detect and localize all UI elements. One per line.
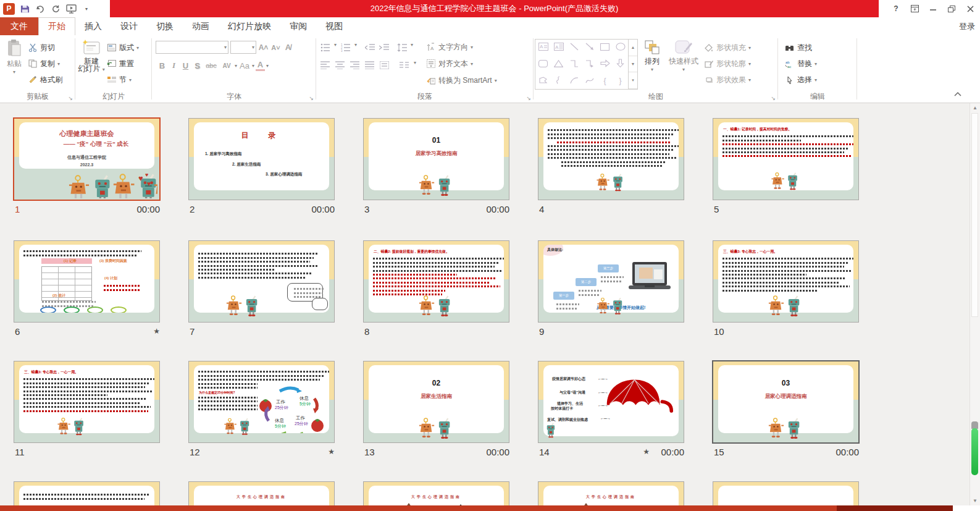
tab-review[interactable]: 审阅 (280, 17, 316, 35)
arrange-button[interactable]: 排列 ▾ (638, 37, 666, 90)
shape-left-brace-icon[interactable]: { (603, 77, 606, 85)
font-name-combo[interactable]: ▾ (156, 41, 228, 54)
slide-thumbnail-15[interactable]: 03 居家心理调适指南 (713, 361, 859, 443)
change-case-button[interactable]: Aa (238, 61, 251, 70)
underline-button[interactable]: U (180, 61, 191, 70)
cut-button[interactable]: 剪切 (27, 41, 62, 54)
tab-insert[interactable]: 插入 (75, 17, 111, 35)
align-left-icon[interactable] (320, 60, 330, 70)
slide-thumbnail-18[interactable]: 大学生心理调适指南 (363, 481, 509, 505)
save-icon[interactable] (19, 3, 30, 14)
convert-smartart-button[interactable]: 转换为 SmartArt▾ (425, 74, 497, 87)
slide-thumbnail-12[interactable]: 为什么是规定25分钟时间? 工作 25分钟 休息 5分钟 休息 5分钟 (188, 361, 335, 443)
select-button[interactable]: 选择▾ (784, 73, 856, 87)
distribute-icon[interactable] (379, 60, 390, 70)
bold-button[interactable]: B (157, 61, 167, 70)
tab-transitions[interactable]: 切换 (147, 17, 183, 35)
slide-thumbnail-5[interactable]: 一、锦囊1: 记录时间，提高对时间的觉察。 (713, 118, 859, 200)
scroll-down-icon[interactable]: ▼ (970, 498, 980, 504)
line-spacing-icon[interactable] (396, 42, 407, 53)
slide-thumbnail-11[interactable]: 三、锦囊3: 专心致志，一心一用。 (14, 361, 160, 443)
character-spacing-button[interactable]: AV (220, 62, 233, 69)
slide-thumbnail-9[interactable]: 具体做法: 第一步 第二步 第三步 从最重要的事情开始做起! (538, 240, 684, 323)
slide-thumbnail-8[interactable]: 二、锦囊2: 提前做好规划，重要的事情优先做。 (363, 240, 509, 323)
italic-button[interactable]: I (169, 61, 179, 70)
align-center-icon[interactable] (335, 60, 345, 70)
tab-view[interactable]: 视图 (316, 17, 352, 35)
shape-effects-button[interactable]: 形状效果▾ (703, 73, 751, 87)
help-icon[interactable]: ? (891, 4, 901, 14)
slide-thumbnail-4[interactable] (538, 118, 684, 200)
undo-icon[interactable] (35, 3, 46, 14)
tab-animations[interactable]: 动画 (183, 17, 219, 35)
collapse-ribbon-button[interactable] (954, 88, 961, 99)
sign-in-link[interactable]: 登录 (959, 17, 975, 35)
decrease-indent-icon[interactable] (364, 42, 375, 53)
clipboard-dialog-launcher[interactable]: ↘ (68, 95, 73, 101)
strikethrough-button[interactable]: abc (204, 62, 219, 69)
tab-design[interactable]: 设计 (111, 17, 147, 35)
font-dialog-launcher[interactable]: ↘ (309, 95, 314, 101)
shape-right-brace-icon[interactable]: } (619, 77, 621, 85)
scrollbar-thumb[interactable] (971, 428, 978, 475)
paragraph-dialog-launcher[interactable]: ↘ (526, 95, 531, 101)
layout-button[interactable]: 版式▾ (106, 41, 139, 54)
shape-scribble-icon[interactable] (555, 75, 563, 87)
drawing-dialog-launcher[interactable]: ↘ (771, 95, 776, 101)
start-slideshow-icon[interactable] (65, 3, 77, 14)
align-text-button[interactable]: 对齐文本▾ (425, 57, 497, 70)
shape-elbow-connector-icon[interactable] (570, 59, 579, 70)
shape-fill-button[interactable]: 形状填充▾ (703, 41, 751, 54)
format-painter-button[interactable]: 格式刷 (27, 73, 62, 87)
shape-oval-icon[interactable] (616, 42, 626, 53)
scroll-up-icon[interactable]: ▲ (970, 105, 980, 111)
slide-thumbnail-3[interactable]: 01 居家学习高效指南 (363, 118, 509, 200)
shape-curve-icon[interactable] (585, 75, 594, 87)
reset-button[interactable]: 重置 (106, 57, 139, 70)
paste-button[interactable]: 粘贴 ▾ (1, 37, 27, 94)
redo-icon[interactable] (50, 3, 61, 14)
section-button[interactable]: 节▾ (106, 73, 139, 87)
shape-arc-icon[interactable] (570, 75, 579, 87)
slide-thumbnail-13[interactable]: 02 居家生活指南 (363, 361, 509, 443)
shape-arrow-right-icon[interactable] (600, 59, 610, 70)
shape-rectangle-icon[interactable] (600, 42, 609, 53)
tab-slideshow[interactable]: 幻灯片放映 (219, 17, 280, 35)
shape-vertical-textbox-icon[interactable]: A (554, 42, 564, 53)
find-button[interactable]: 查找 (784, 41, 856, 54)
shape-textbox-icon[interactable]: A (538, 42, 548, 53)
slide-thumbnail-14[interactable]: 疫情居家调节好心态 ←----→ 与父母“话”沟通 ←----→ 规律学习、生活… (538, 361, 684, 443)
slide-thumbnail-16[interactable] (14, 481, 160, 505)
replace-button[interactable]: abac 替换▾ (784, 57, 856, 70)
close-icon[interactable] (965, 4, 975, 14)
text-shadow-button[interactable]: S (192, 61, 203, 70)
vertical-scrollbar[interactable]: ▲ ▼ (970, 103, 980, 505)
copy-button[interactable]: 复制 ▾ (27, 57, 62, 70)
paste-dropdown-icon[interactable]: ▾ (13, 69, 15, 75)
shape-freeform-icon[interactable] (538, 75, 548, 87)
font-color-button[interactable]: A (256, 60, 265, 71)
slide-thumbnail-10[interactable]: 三、锦囊3: 专心致志，一心一用。 (713, 240, 859, 323)
increase-indent-icon[interactable] (379, 42, 389, 53)
minimize-icon[interactable] (928, 4, 938, 14)
numbering-icon[interactable]: 123 (340, 42, 351, 53)
clear-formatting-button[interactable]: A̸ (283, 43, 293, 52)
slide-thumbnail-20[interactable] (713, 481, 859, 505)
shape-triangle-icon[interactable] (554, 59, 563, 70)
quick-styles-button[interactable]: 快速样式 ▾ (666, 37, 701, 90)
slide-thumbnail-7[interactable] (188, 240, 335, 323)
ribbon-display-options-icon[interactable] (910, 4, 919, 14)
font-size-combo[interactable]: ▾ (230, 41, 256, 54)
text-direction-button[interactable]: A 文字方向▾ (425, 40, 497, 54)
justify-icon[interactable] (364, 60, 375, 70)
bullets-icon[interactable] (320, 42, 330, 53)
shape-arrow-down-icon[interactable] (616, 59, 624, 70)
shapes-scroll-down[interactable]: ▼ (629, 56, 637, 73)
slide-thumbnail-17[interactable]: 大学生心理调适指南 (188, 481, 335, 505)
shapes-scroll-up[interactable]: ▲ (629, 40, 637, 56)
grow-font-button[interactable]: A˄ (258, 43, 269, 52)
align-right-icon[interactable] (350, 60, 360, 70)
restore-icon[interactable] (947, 4, 957, 14)
shape-arrow-icon[interactable] (585, 42, 594, 53)
customize-qat-icon[interactable]: ▾ (81, 3, 92, 14)
